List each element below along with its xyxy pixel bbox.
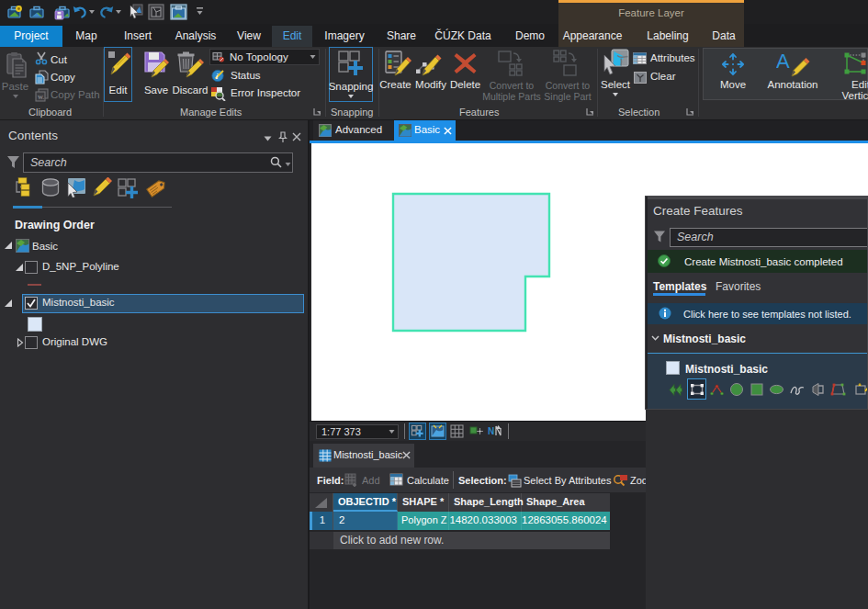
svg-text:A: A: [776, 51, 790, 73]
svg-text:N: N: [488, 426, 494, 436]
svg-text:W.: W.: [38, 95, 44, 100]
